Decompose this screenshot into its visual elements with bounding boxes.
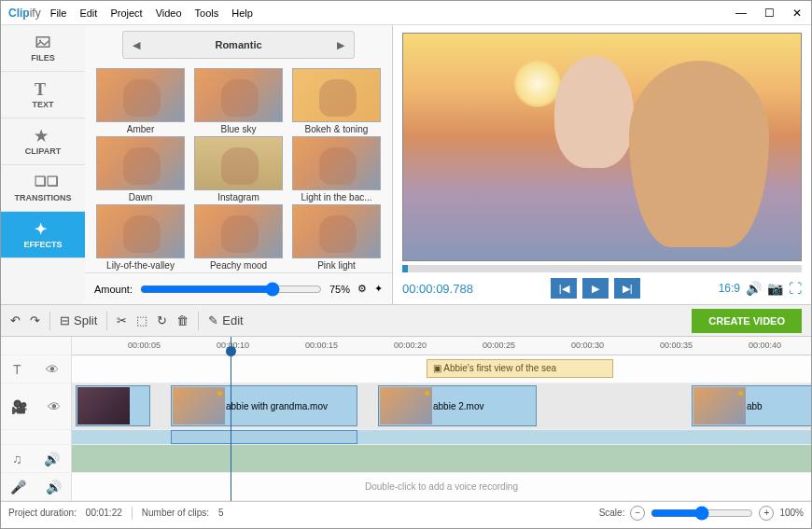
aspect-ratio[interactable]: 16:9 — [719, 282, 740, 295]
effect-lily-valley[interactable]: Lily-of-the-valley — [92, 204, 189, 271]
snapshot-icon[interactable]: 📷 — [767, 281, 783, 296]
category-next-button[interactable]: ▶ — [328, 39, 354, 51]
scale-slider[interactable] — [651, 506, 753, 521]
video-subtrack[interactable] — [72, 430, 811, 445]
voice-hint: Double-click to add a voice recording — [72, 473, 811, 501]
crop-button[interactable]: ⬚ — [136, 313, 147, 327]
effect-pink-light[interactable]: Pink light — [288, 204, 385, 271]
volume-icon[interactable]: 🔊 — [746, 281, 762, 296]
timeline-tracks[interactable]: 00:00:0500:00:1000:00:1500:00:2000:00:25… — [72, 337, 811, 501]
preview-seekbar[interactable] — [402, 265, 802, 272]
tab-transitions-label: TRANSITIONS — [14, 193, 71, 202]
cut-button[interactable]: ✂ — [117, 313, 127, 327]
tab-text-label: TEXT — [32, 100, 53, 109]
mic-icon: 🎤 — [10, 480, 26, 494]
settings-icon[interactable]: ⚙ — [357, 283, 367, 295]
delete-button[interactable]: 🗑 — [176, 313, 189, 327]
play-button[interactable]: ▶ — [582, 278, 609, 299]
wand-icon: ✦ — [35, 220, 51, 237]
duration-label: Project duration: — [8, 508, 77, 518]
undo-button[interactable]: ↶ — [10, 313, 21, 327]
menu-video[interactable]: Video — [156, 7, 182, 19]
tab-transitions[interactable]: ❏❏ TRANSITIONS — [1, 165, 85, 212]
category-prev-button[interactable]: ◀ — [123, 39, 149, 51]
close-button[interactable]: ✕ — [783, 2, 811, 24]
tab-text[interactable]: T TEXT — [1, 72, 85, 118]
music-icon: ♫ — [12, 452, 22, 466]
timeline: T👁 🎥👁 ♫🔊 🎤🔊 00:00:0500:00:1000:00:1500:0… — [1, 337, 811, 501]
zoom-in-button[interactable]: + — [759, 506, 774, 521]
tab-effects-label: EFFECTS — [23, 240, 62, 249]
audio-track[interactable] — [72, 445, 811, 473]
effect-bokeh-toning[interactable]: Bokeh & toning — [288, 68, 385, 134]
speaker-icon[interactable]: 🔊 — [46, 480, 62, 494]
menu-project[interactable]: Project — [110, 7, 142, 19]
effect-dawn[interactable]: Dawn — [92, 136, 189, 202]
minimize-button[interactable]: ― — [727, 2, 755, 24]
text-track-header: T👁 — [1, 355, 71, 383]
split-button[interactable]: ⊟ Split — [60, 313, 97, 327]
tab-effects[interactable]: ✦ EFFECTS — [1, 212, 85, 258]
edit-button[interactable]: ✎ Edit — [208, 313, 243, 327]
redo-button[interactable]: ↷ — [30, 313, 40, 327]
eye-icon[interactable]: 👁 — [46, 362, 59, 377]
text-track[interactable]: ▣ Abbie's first view of the sea — [72, 355, 811, 383]
menu-file[interactable]: File — [50, 7, 67, 19]
video-clip-4[interactable]: 2.0★abb — [692, 385, 811, 426]
tab-files[interactable]: FILES — [1, 25, 85, 72]
scale-value: 100% — [779, 508, 804, 518]
video-clip-2[interactable]: 2.0★abbie with grandma.mov — [171, 385, 357, 426]
prev-frame-button[interactable]: |◀ — [551, 278, 577, 299]
duration-value: 00:01:22 — [86, 508, 122, 518]
menu-tools[interactable]: Tools — [195, 7, 219, 19]
speaker-icon[interactable]: 🔊 — [44, 452, 60, 466]
rotate-button[interactable]: ↻ — [157, 313, 167, 327]
video-clip-3[interactable]: 2.0★abbie 2.mov — [378, 385, 537, 426]
titlebar: Clipify File Edit Project Video Tools He… — [1, 1, 811, 25]
video-clip-1[interactable] — [76, 385, 150, 426]
scale-control: Scale: − + 100% — [599, 506, 804, 521]
maximize-button[interactable]: ☐ — [755, 2, 783, 24]
app-logo: Clipify — [8, 7, 41, 20]
effect-blue-sky[interactable]: Blue sky — [190, 68, 287, 134]
text-icon: T — [13, 362, 21, 377]
menu-help[interactable]: Help — [231, 7, 253, 19]
preview-controls: 00:00:09.788 |◀ ▶ ▶| 16:9 🔊 📷 ⛶ — [402, 272, 802, 304]
category-nav: ◀ Romantic ▶ — [122, 31, 355, 59]
text-clip[interactable]: ▣ Abbie's first view of the sea — [427, 359, 613, 378]
effect-light-back[interactable]: Light in the bac... — [288, 136, 385, 202]
video-track[interactable]: 2.0★abbie with grandma.mov 2.0★abbie 2.m… — [72, 383, 811, 430]
transitions-icon: ❏❏ — [35, 174, 51, 190]
audio-waveform[interactable] — [72, 445, 811, 472]
voice-track[interactable]: Double-click to add a voice recording — [72, 473, 811, 501]
statusbar: Project duration: 00:01:22 Number of cli… — [1, 501, 811, 523]
toolbar: ↶ ↷ ⊟ Split ✂ ⬚ ↻ 🗑 ✎ Edit CREATE VIDEO — [1, 305, 811, 337]
next-frame-button[interactable]: ▶| — [614, 278, 640, 299]
effects-panel: ◀ Romantic ▶ Amber Blue sky Bokeh & toni… — [85, 25, 393, 304]
clips-label: Number of clips: — [142, 508, 209, 518]
audio-track-header: ♫🔊 — [1, 445, 71, 473]
preview-timecode: 00:00:09.788 — [402, 282, 473, 296]
preview-viewport — [402, 33, 802, 261]
tab-files-label: FILES — [31, 53, 55, 63]
amount-slider[interactable] — [140, 282, 322, 297]
main-menu: File Edit Project Video Tools Help — [50, 7, 727, 19]
create-video-button[interactable]: CREATE VIDEO — [692, 309, 802, 333]
effect-amber[interactable]: Amber — [92, 68, 189, 134]
selection-range[interactable] — [171, 430, 357, 444]
scale-label: Scale: — [599, 508, 625, 518]
tab-clipart[interactable]: ★ CLIPART — [1, 118, 85, 165]
amount-value: 75% — [329, 284, 350, 295]
effect-instagram[interactable]: Instagram — [190, 136, 287, 202]
zoom-out-button[interactable]: − — [630, 506, 645, 521]
fullscreen-icon[interactable]: ⛶ — [789, 281, 802, 296]
playhead[interactable] — [231, 337, 231, 501]
menu-edit[interactable]: Edit — [79, 7, 97, 19]
timeline-track-headers: T👁 🎥👁 ♫🔊 🎤🔊 — [1, 337, 72, 501]
eye-icon[interactable]: 👁 — [48, 399, 61, 414]
preview-panel: 00:00:09.788 |◀ ▶ ▶| 16:9 🔊 📷 ⛶ — [393, 25, 811, 304]
wand-apply-icon[interactable]: ✦ — [374, 283, 383, 295]
effect-peachy-mood[interactable]: Peachy mood — [190, 204, 287, 271]
time-ruler[interactable]: 00:00:0500:00:1000:00:1500:00:2000:00:25… — [72, 337, 811, 355]
image-icon — [35, 34, 51, 50]
